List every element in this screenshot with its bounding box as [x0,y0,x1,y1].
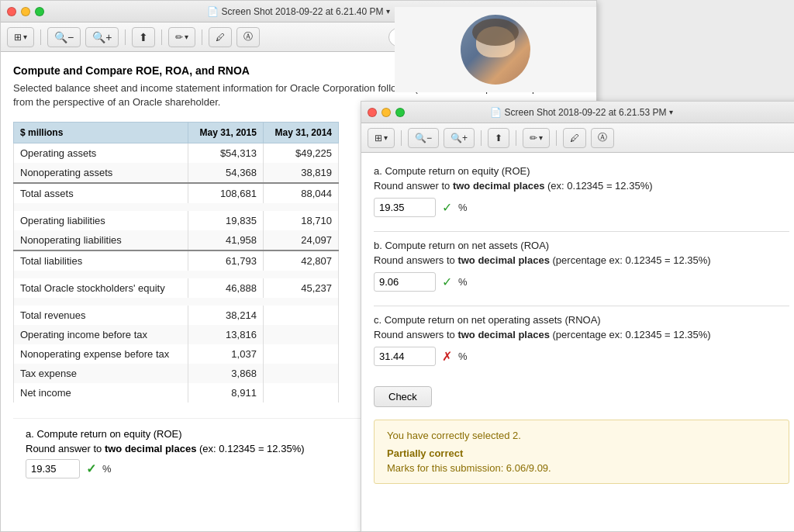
row-val-2015: 3,868 [188,364,263,383]
row-label: Tax expense [14,364,188,383]
answer-input-b[interactable] [374,272,436,292]
result-partial-label: Partially correct [387,447,776,459]
right-profile-icon: Ⓐ [598,131,607,144]
result-box: You have correctly selected 2. Partially… [374,420,789,484]
question-b-instruction: Round answers to two decimal places (per… [374,254,789,266]
right-toolbar-sep-2 [481,130,482,146]
question-a-label: a. Compute return on equity (ROE) [374,165,789,177]
answer-input-a-left[interactable] [26,459,80,478]
question-a-block: a. Compute return on equity (ROE) Round … [374,165,789,217]
row-val-2015: 13,816 [188,325,263,344]
sidebar-toggle-button[interactable]: ⊞ ▾ [7,27,34,47]
right-close-button[interactable] [368,108,377,117]
answer-input-c[interactable] [374,347,436,366]
row-val-2014 [263,383,338,402]
question-b-block: b. Compute return on net assets (ROA) Ro… [374,240,789,292]
right-pen-icon: ✏ [530,133,537,143]
table-row: Operating liabilities 19,835 18,710 [14,211,339,230]
divider-2 [374,306,789,306]
percent-label-a-left: % [102,463,112,475]
question-b-label: b. Compute return on net assets (ROA) [374,240,789,251]
question-c-instruction: Round answers to two decimal places (per… [374,329,789,340]
row-val-2014: 38,819 [263,163,338,183]
table-row: Nonoperating expense before tax 1,037 [14,344,339,364]
toolbar-separator-2 [125,29,126,45]
zoom-out-button[interactable]: 🔍− [47,27,81,47]
pen-button[interactable]: ✏ ▾ [168,27,195,47]
right-sidebar-toggle-button[interactable]: ⊞ ▾ [368,128,395,148]
table-row: Total revenues 38,214 [14,306,339,325]
right-titlebar: 📄 Screen Shot 2018-09-22 at 6.21.53 PM ▾ [361,102,794,123]
row-val-2015: 1,037 [188,344,263,364]
row-label: Operating income before tax [14,325,188,344]
right-zoom-in-button[interactable]: 🔍+ [444,128,475,148]
table-spacer [14,203,339,211]
row-val-2015: 8,911 [188,383,263,402]
chevron-down-icon: ▾ [23,33,27,41]
right-minimize-button[interactable] [381,108,391,117]
toolbar-separator [40,29,41,45]
answer-input-a[interactable] [374,198,436,217]
row-label: Total liabilities [14,250,188,271]
right-share-icon: ⬆ [495,133,502,143]
right-sidebar-icon: ⊞ [375,133,382,143]
table-row: Tax expense 3,868 [14,364,339,383]
right-doc-icon: 📄 [490,107,502,118]
row-label: Total revenues [14,306,188,325]
percent-b: % [458,276,468,288]
row-val-2014 [263,344,338,364]
pen-icon: ✏ [175,32,183,43]
right-zoom-out-button[interactable]: 🔍− [408,128,439,148]
right-zoom-in-icon: 🔍+ [451,133,468,143]
question-c-block: c. Compute return on net operating asset… [374,314,789,366]
right-zoom-out-icon: 🔍− [415,133,432,143]
table-row: Total assets 108,681 88,044 [14,183,339,203]
check-mark-a-left: ✓ [86,461,96,476]
check-button[interactable]: Check [374,386,432,407]
table-spacer [14,298,339,306]
avatar-area [395,7,596,92]
row-val-2015: 19,835 [188,211,263,230]
row-val-2014: 88,044 [263,183,338,203]
close-button[interactable] [7,7,16,16]
sidebar-icon: ⊞ [14,32,22,43]
window-title: 📄 Screen Shot 2018-09-22 at 6.21.40 PM ▾ [207,6,391,17]
zoom-in-button[interactable]: 🔍+ [85,27,119,47]
maximize-button[interactable] [35,7,44,16]
table-row: Total liabilities 61,793 42,807 [14,250,339,271]
right-stamp-button[interactable]: 🖊 [563,128,586,148]
table-row: Operating income before tax 13,816 [14,325,339,344]
right-pen-button[interactable]: ✏ ▾ [523,128,550,148]
row-label: Total assets [14,183,188,203]
right-maximize-button[interactable] [395,108,405,117]
table-row: Net income 8,911 [14,383,339,402]
right-pen-chevron: ▾ [539,133,543,142]
table-row: Total Oracle stockholders' equity 46,888… [14,278,339,298]
check-icon-b: ✓ [442,275,452,289]
question-c-label: c. Compute return on net operating asset… [374,314,789,326]
right-toolbar-sep-3 [516,130,516,146]
share-button[interactable]: ⬆ [132,27,155,47]
chevron-down-icon[interactable]: ▾ [386,7,390,16]
row-label: Net income [14,383,188,402]
row-val-2014: 24,097 [263,230,338,250]
profile-button[interactable]: Ⓐ [236,27,260,47]
row-val-2015: 38,214 [188,306,263,325]
stamp-button[interactable]: 🖊 [209,27,232,47]
row-label: Nonoperating assets [14,163,188,183]
minimize-button[interactable] [21,7,30,16]
zoom-in-icon: 🔍+ [92,31,112,43]
right-chevron-down-icon[interactable]: ▾ [669,108,673,116]
result-marks-text: Marks for this submission: 6.06/9.09. [387,462,776,474]
row-val-2015: 108,681 [188,183,263,203]
row-val-2014: 45,237 [263,278,338,298]
right-share-button[interactable]: ⬆ [488,128,509,148]
doc-icon: 📄 [207,6,219,17]
row-val-2014: $49,225 [263,143,338,164]
row-val-2014 [263,364,338,383]
row-val-2014 [263,306,338,325]
right-content: a. Compute return on equity (ROE) Round … [361,153,794,531]
share-icon: ⬆ [139,31,148,43]
right-chevron-down-icon-2: ▾ [384,133,388,142]
right-profile-button[interactable]: Ⓐ [591,128,614,148]
